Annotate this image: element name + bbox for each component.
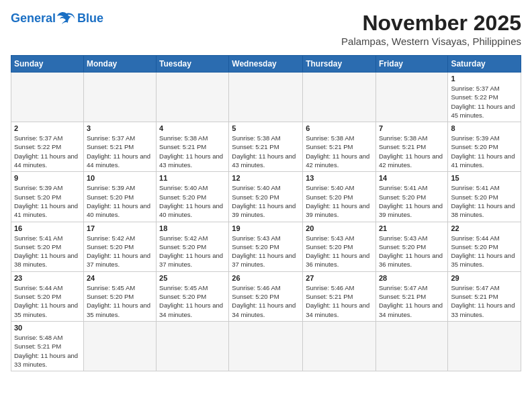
calendar-cell xyxy=(303,73,376,122)
calendar-cell: 3Sunrise: 5:37 AM Sunset: 5:21 PM Daylig… xyxy=(83,122,156,172)
calendar-cell: 21Sunrise: 5:43 AM Sunset: 5:20 PM Dayli… xyxy=(375,222,447,271)
title-area: November 2025 Palampas, Western Visayas,… xyxy=(341,11,521,47)
col-header-friday: Friday xyxy=(375,56,447,73)
calendar-cell: 19Sunrise: 5:43 AM Sunset: 5:20 PM Dayli… xyxy=(229,222,303,271)
day-number: 30 xyxy=(14,324,81,332)
calendar-week-row: 16Sunrise: 5:41 AM Sunset: 5:20 PM Dayli… xyxy=(11,222,521,271)
calendar-cell: 16Sunrise: 5:41 AM Sunset: 5:20 PM Dayli… xyxy=(11,222,84,271)
calendar-cell xyxy=(303,321,376,371)
day-info: Sunrise: 5:44 AM Sunset: 5:20 PM Dayligh… xyxy=(451,234,518,269)
calendar-cell: 23Sunrise: 5:44 AM Sunset: 5:20 PM Dayli… xyxy=(11,271,84,321)
day-info: Sunrise: 5:38 AM Sunset: 5:21 PM Dayligh… xyxy=(379,134,445,169)
logo-text: General xyxy=(11,11,56,26)
day-info: Sunrise: 5:37 AM Sunset: 5:22 PM Dayligh… xyxy=(14,134,81,169)
calendar-cell: 22Sunrise: 5:44 AM Sunset: 5:20 PM Dayli… xyxy=(448,222,521,271)
col-header-saturday: Saturday xyxy=(448,56,521,73)
calendar-cell: 24Sunrise: 5:45 AM Sunset: 5:20 PM Dayli… xyxy=(83,271,156,321)
day-info: Sunrise: 5:43 AM Sunset: 5:20 PM Dayligh… xyxy=(232,234,300,269)
day-info: Sunrise: 5:37 AM Sunset: 5:21 PM Dayligh… xyxy=(87,134,153,169)
calendar-cell: 28Sunrise: 5:47 AM Sunset: 5:21 PM Dayli… xyxy=(375,271,447,321)
calendar-cell xyxy=(229,73,303,122)
day-info: Sunrise: 5:42 AM Sunset: 5:20 PM Dayligh… xyxy=(87,234,153,269)
day-number: 27 xyxy=(306,274,373,282)
day-number: 19 xyxy=(232,224,300,232)
calendar-week-row: 30Sunrise: 5:48 AM Sunset: 5:21 PM Dayli… xyxy=(11,321,521,371)
calendar-cell: 11Sunrise: 5:40 AM Sunset: 5:20 PM Dayli… xyxy=(157,172,229,222)
day-number: 29 xyxy=(451,274,518,282)
day-info: Sunrise: 5:38 AM Sunset: 5:21 PM Dayligh… xyxy=(232,134,300,169)
calendar-cell: 15Sunrise: 5:41 AM Sunset: 5:20 PM Dayli… xyxy=(448,172,521,222)
day-number: 7 xyxy=(379,124,445,132)
calendar-cell xyxy=(11,73,84,122)
calendar-cell: 30Sunrise: 5:48 AM Sunset: 5:21 PM Dayli… xyxy=(11,321,84,371)
day-number: 23 xyxy=(14,274,81,282)
day-info: Sunrise: 5:45 AM Sunset: 5:20 PM Dayligh… xyxy=(87,283,153,319)
calendar-week-row: 23Sunrise: 5:44 AM Sunset: 5:20 PM Dayli… xyxy=(11,271,521,321)
day-number: 28 xyxy=(379,274,445,282)
day-info: Sunrise: 5:45 AM Sunset: 5:20 PM Dayligh… xyxy=(159,283,226,319)
day-number: 3 xyxy=(87,124,153,132)
calendar-cell: 26Sunrise: 5:46 AM Sunset: 5:20 PM Dayli… xyxy=(229,271,303,321)
day-info: Sunrise: 5:39 AM Sunset: 5:20 PM Dayligh… xyxy=(87,183,153,219)
calendar-cell xyxy=(157,73,229,122)
day-number: 10 xyxy=(87,174,153,182)
day-info: Sunrise: 5:48 AM Sunset: 5:21 PM Dayligh… xyxy=(14,333,81,369)
logo-blue-text: Blue xyxy=(77,11,103,26)
day-number: 14 xyxy=(379,174,445,182)
day-number: 13 xyxy=(306,174,373,182)
calendar-cell: 5Sunrise: 5:38 AM Sunset: 5:21 PM Daylig… xyxy=(229,122,303,172)
day-info: Sunrise: 5:47 AM Sunset: 5:21 PM Dayligh… xyxy=(379,283,445,319)
logo: General Blue xyxy=(11,11,103,26)
calendar-week-row: 9Sunrise: 5:39 AM Sunset: 5:20 PM Daylig… xyxy=(11,172,521,222)
day-info: Sunrise: 5:46 AM Sunset: 5:20 PM Dayligh… xyxy=(232,283,300,319)
month-title: November 2025 xyxy=(341,11,521,36)
day-number: 18 xyxy=(159,224,226,232)
calendar-cell: 8Sunrise: 5:39 AM Sunset: 5:20 PM Daylig… xyxy=(448,122,521,172)
day-info: Sunrise: 5:41 AM Sunset: 5:20 PM Dayligh… xyxy=(379,183,445,219)
calendar-cell: 13Sunrise: 5:40 AM Sunset: 5:20 PM Dayli… xyxy=(303,172,376,222)
col-header-wednesday: Wednesday xyxy=(229,56,303,73)
calendar-cell: 4Sunrise: 5:38 AM Sunset: 5:21 PM Daylig… xyxy=(157,122,229,172)
calendar-table: SundayMondayTuesdayWednesdayThursdayFrid… xyxy=(11,55,521,371)
calendar-cell: 27Sunrise: 5:46 AM Sunset: 5:21 PM Dayli… xyxy=(303,271,376,321)
calendar-cell xyxy=(157,321,229,371)
day-number: 12 xyxy=(232,174,300,182)
calendar-cell: 7Sunrise: 5:38 AM Sunset: 5:21 PM Daylig… xyxy=(375,122,447,172)
col-header-sunday: Sunday xyxy=(11,56,84,73)
day-number: 8 xyxy=(451,124,518,132)
calendar-cell xyxy=(448,321,521,371)
calendar-cell xyxy=(375,73,447,122)
col-header-tuesday: Tuesday xyxy=(157,56,229,73)
day-number: 16 xyxy=(14,224,81,232)
day-info: Sunrise: 5:46 AM Sunset: 5:21 PM Dayligh… xyxy=(306,283,373,319)
day-number: 24 xyxy=(87,274,153,282)
day-info: Sunrise: 5:39 AM Sunset: 5:20 PM Dayligh… xyxy=(14,183,81,219)
calendar-cell xyxy=(83,321,156,371)
calendar-week-row: 1Sunrise: 5:37 AM Sunset: 5:22 PM Daylig… xyxy=(11,73,521,122)
day-info: Sunrise: 5:43 AM Sunset: 5:20 PM Dayligh… xyxy=(306,234,373,269)
day-number: 15 xyxy=(451,174,518,182)
day-number: 1 xyxy=(451,75,518,83)
col-header-monday: Monday xyxy=(83,56,156,73)
day-info: Sunrise: 5:39 AM Sunset: 5:20 PM Dayligh… xyxy=(451,134,518,169)
day-info: Sunrise: 5:40 AM Sunset: 5:20 PM Dayligh… xyxy=(232,183,300,219)
day-info: Sunrise: 5:40 AM Sunset: 5:20 PM Dayligh… xyxy=(159,183,226,219)
logo-bird-icon xyxy=(57,11,76,26)
col-header-thursday: Thursday xyxy=(303,56,376,73)
calendar-cell: 2Sunrise: 5:37 AM Sunset: 5:22 PM Daylig… xyxy=(11,122,84,172)
day-info: Sunrise: 5:41 AM Sunset: 5:20 PM Dayligh… xyxy=(14,234,81,269)
calendar-cell: 1Sunrise: 5:37 AM Sunset: 5:22 PM Daylig… xyxy=(448,73,521,122)
day-number: 9 xyxy=(14,174,81,182)
calendar-cell: 6Sunrise: 5:38 AM Sunset: 5:21 PM Daylig… xyxy=(303,122,376,172)
day-number: 26 xyxy=(232,274,300,282)
calendar-cell: 17Sunrise: 5:42 AM Sunset: 5:20 PM Dayli… xyxy=(83,222,156,271)
calendar-week-row: 2Sunrise: 5:37 AM Sunset: 5:22 PM Daylig… xyxy=(11,122,521,172)
day-info: Sunrise: 5:41 AM Sunset: 5:20 PM Dayligh… xyxy=(451,183,518,219)
calendar-cell: 14Sunrise: 5:41 AM Sunset: 5:20 PM Dayli… xyxy=(375,172,447,222)
calendar-header-row: SundayMondayTuesdayWednesdayThursdayFrid… xyxy=(11,56,521,73)
day-number: 11 xyxy=(159,174,226,182)
calendar-cell: 20Sunrise: 5:43 AM Sunset: 5:20 PM Dayli… xyxy=(303,222,376,271)
calendar-cell xyxy=(375,321,447,371)
day-info: Sunrise: 5:47 AM Sunset: 5:21 PM Dayligh… xyxy=(451,283,518,319)
day-number: 25 xyxy=(159,274,226,282)
